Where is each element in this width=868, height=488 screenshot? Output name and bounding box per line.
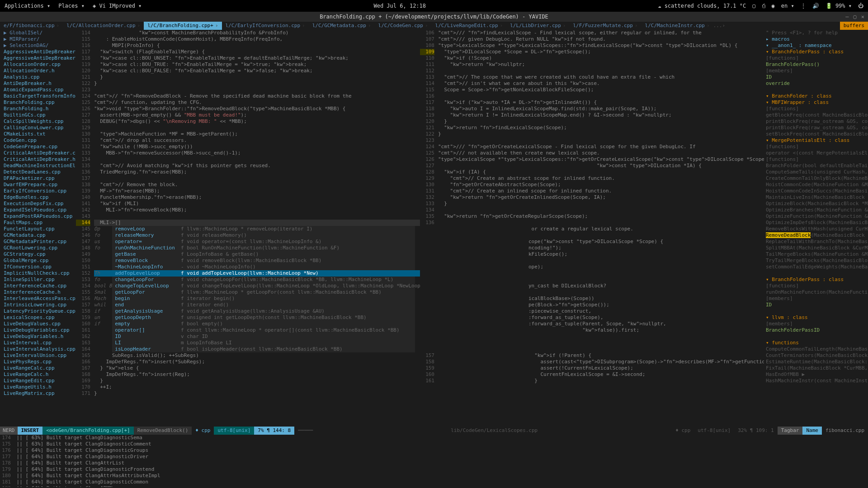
completion-item[interactable]: un getLoopDepth f unsigned int getLoopDe…	[94, 314, 420, 321]
file-item[interactable]: EarlyIfConversion.cpp	[2, 188, 76, 194]
file-item[interactable]: ExpandPostRAPseudos.cpp	[2, 213, 76, 220]
quickfix-line[interactable]: 174 || [ 63%] Built target ClangDiagnost…	[0, 435, 868, 441]
tagbar-entry[interactable]: HasEndOfMBB ▶	[766, 371, 868, 378]
file-item[interactable]: FaultMaps.cpp	[2, 220, 76, 226]
close-button[interactable]: ✕	[861, 14, 864, 20]
tree-folder[interactable]: ▶ SelectionDAG/	[2, 42, 76, 49]
quickfix-line[interactable]: 180 || [ 64%] Built target ClangAttrHasA…	[0, 473, 868, 479]
tagbar-entry[interactable]: ID	[766, 74, 868, 80]
tagbar-entry[interactable]: TryTailMergeBlocks(MachineBasicBlock	[766, 258, 868, 264]
wifi-icon[interactable]: ⋮	[801, 3, 806, 9]
buffer-tab[interactable]: l/C/CodeGen.cpp	[375, 22, 432, 30]
completion-item[interactable]: isLoopHeader f bool isLoopHeader(const l…	[94, 346, 420, 352]
file-item[interactable]: InterferenceCache.cpp	[2, 283, 76, 289]
buffer-tab[interactable]: l/L/LibDriver.cpp	[506, 22, 569, 30]
file-item[interactable]: AllocationOrder.h	[2, 68, 76, 74]
file-item[interactable]: IntrinsicLowering.cpp	[2, 302, 76, 308]
file-item[interactable]: ExecutionDepsFix.cpp	[2, 201, 76, 207]
tagbar-entry[interactable]	[766, 333, 868, 340]
tagbar-entry[interactable]: setCommonTailEdgeWeights(MachineBasi	[766, 264, 868, 270]
completion-item[interactable]: if getAnalysisUsage f void getAnalysisUs…	[94, 308, 420, 314]
file-item[interactable]: AggressiveAntiDepBreaker.	[2, 49, 76, 55]
buffer-tab[interactable]: l/C/GCMetadata.cpp	[309, 22, 375, 30]
accessibility-icon[interactable]: ◉	[772, 3, 775, 9]
file-item[interactable]: LiveRegMatrix.cpp	[2, 390, 76, 397]
tagbar-entry[interactable]: HashMachineInstr(const MachineInstr	[766, 378, 868, 384]
tagbar-entry[interactable]: ▾ llvm : class	[766, 314, 868, 321]
tagbar-entry[interactable]: RemoveBlocksWithHash(unsigned CurHas	[766, 226, 868, 232]
tagbar-entry[interactable]: ▾ BranchFolder : class	[766, 93, 868, 99]
tagbar-entry[interactable]: setBlockFreq(const MachineBasicBlo	[766, 131, 868, 137]
file-item[interactable]: GlobalMerge.cpp	[2, 258, 76, 264]
quickfix-line[interactable]: 179 || [ 64%] Built target ClangDiagnost…	[0, 466, 868, 473]
weather-indicator[interactable]: ☁ scattered clouds, 17.1 °C	[658, 3, 746, 9]
completion-item[interactable]: whil end f iterator end()	[94, 302, 420, 308]
file-item[interactable]: ImplicitNullChecks.cpp	[2, 270, 76, 277]
file-item[interactable]: DetectDeadLanes.cpp	[2, 169, 76, 175]
buffer-tab[interactable]: l/C/LiveRangeEdit.cpp	[432, 22, 507, 30]
file-item[interactable]: CodeGen.cpp	[2, 137, 76, 144]
tagbar-entry[interactable]: OptimizeFunction(MachineFunction &MF	[766, 213, 868, 220]
tagbar-entry[interactable]: [members]	[766, 68, 868, 74]
file-item[interactable]: CriticalAntiDepBreaker.cp	[2, 150, 76, 156]
file-item[interactable]: GCMetadata.cpp	[2, 232, 76, 239]
tagbar-entry[interactable]: BranchFolderPassID	[766, 327, 868, 333]
file-item[interactable]: FuncletLayout.cpp	[2, 226, 76, 232]
file-item[interactable]: BranchFolding.h	[2, 106, 76, 112]
tree-folder[interactable]: ▶ MIRParser/	[2, 36, 76, 42]
file-item[interactable]: AntiDepBreaker.h	[2, 80, 76, 87]
file-item[interactable]: Analysis.cpp	[2, 74, 76, 80]
file-item[interactable]: LiveDebugValues.cpp	[2, 321, 76, 327]
tagbar-entry[interactable]: [functions]	[766, 144, 868, 150]
apps-menu[interactable]: Applications ▾	[5, 3, 50, 9]
file-item[interactable]: CriticalAntiDepBreaker.h	[2, 156, 76, 163]
completion-item[interactable]: if empty f bool empty()	[94, 321, 420, 327]
buffer-tab[interactable]: l/C/AllocationOrder.cpp	[63, 22, 144, 30]
file-item[interactable]: LiveDebugVariables.cpp	[2, 327, 76, 333]
tagbar-entry[interactable]: operator <(const MergePotentialsEl	[766, 150, 868, 156]
tagbar-entry[interactable]: ▾ MergePotentialsElt : class	[766, 137, 868, 144]
tagbar-entry[interactable]: [members]	[766, 296, 868, 302]
nerdtree-sidebar[interactable]: ▶ GlobalISel/ ▶ MIRParser/ ▶ SelectionDA…	[0, 30, 76, 427]
file-item[interactable]: LivePhysRegs.cpp	[2, 359, 76, 365]
tagbar-entry[interactable]: CountTerminators(MachineBasicBlock *	[766, 352, 868, 359]
buffer-tab[interactable]: l/F/FuzzerMutate.cpp	[569, 22, 641, 30]
tagbar-entry[interactable]: RemoveDeadBlock(MachineBasicBlock *M	[766, 232, 868, 239]
quickfix-line[interactable]: 178 || [ 64%] Built target ClangAttrList	[0, 460, 868, 466]
file-item[interactable]: CodeGenPrepare.cpp	[2, 144, 76, 150]
quickfix-panel[interactable]: 174 || [ 63%] Built target ClangDiagnost…	[0, 435, 868, 487]
file-item[interactable]: LatencyPriorityQueue.cpp	[2, 308, 76, 314]
tagbar-entry[interactable]: printBlockFreq(raw_ostream &OS, co	[766, 118, 868, 125]
tagbar-entry[interactable]: HoistCommonCode(MachineFunction &MF)	[766, 182, 868, 188]
tagbar-entry[interactable]	[766, 308, 868, 314]
file-item[interactable]: ExpandISelPseudos.cpp	[2, 207, 76, 213]
window-titlebar[interactable]: BranchFolding.cpp + (~/development/proje…	[0, 12, 868, 22]
completion-item[interactable]: operator[] f const llvm::MachineLoop * o…	[94, 327, 420, 333]
file-item[interactable]: BuiltinGCs.cpp	[2, 112, 76, 118]
tagbar-entry[interactable]: printBlockFreq(raw_ostream &OS, co	[766, 125, 868, 131]
volume-icon[interactable]: 🔊	[812, 3, 819, 9]
file-item[interactable]: CMakeLists.txt	[2, 131, 76, 137]
file-item[interactable]: InterleavedAccessPass.cpp	[2, 296, 76, 302]
file-item[interactable]: BranchFolding.cpp	[2, 99, 76, 106]
completion-item[interactable]: bool B changeTopLevelLoop f void changeT…	[94, 283, 420, 289]
quickfix-line[interactable]: 181 || [ 64%] Built target ClangDiagnost…	[0, 479, 868, 485]
buffer-tab[interactable]: l/C/BranchFolding.cpp+	[144, 22, 222, 30]
tagbar-entry[interactable]: OptimizeBlock(MachineBasicBlock *MBB	[766, 201, 868, 207]
tagbar-entry[interactable]: [functions]	[766, 156, 868, 163]
tagbar-entry[interactable]: ▾ functions	[766, 340, 868, 346]
clock[interactable]: Wed Jul 6, 12:18	[142, 3, 658, 9]
buffer-tab[interactable]: l/C/EarlyIfConversion.cpp	[222, 22, 309, 30]
file-item[interactable]: DwarfEHPrepare.cpp	[2, 182, 76, 188]
file-item[interactable]: GCMetadataPrinter.cpp	[2, 239, 76, 245]
file-item[interactable]: LiveRangeCalc.cpp	[2, 365, 76, 371]
file-item[interactable]: DeadMachineInstructionEli	[2, 163, 76, 169]
tagbar-entry[interactable]: getBlockFreq(const MachineBasicBlo	[766, 112, 868, 118]
file-item[interactable]: CalcSpillWeights.cpp	[2, 118, 76, 125]
completion-item[interactable]: Smal getLoopFor f llvm::MachineLoop * ge…	[94, 289, 420, 296]
quickfix-line[interactable]: 175 || [ 63%] Built target ClangDiagnost…	[0, 441, 868, 447]
completion-item[interactable]: us operator= f void operator=(const llvm…	[94, 239, 420, 245]
tagbar-entry[interactable]: ComputeCommonTailLength(MachineBasic	[766, 346, 868, 352]
buffer-tab[interactable]: l/C/MachineInstr.cpp	[642, 22, 713, 30]
tagbar-entry[interactable]: [functions]	[766, 283, 868, 289]
